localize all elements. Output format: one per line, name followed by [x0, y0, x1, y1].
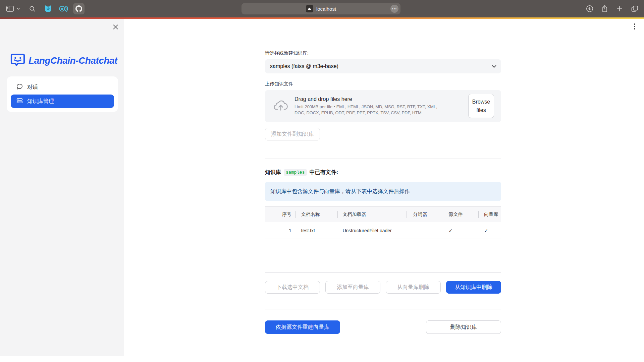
sidebar-item-label: 对话: [27, 84, 38, 91]
download-selected-button[interactable]: 下载选中文档: [265, 281, 320, 294]
sidebar: LangChain-Chatchat 对话: [0, 19, 124, 356]
chevron-down-icon[interactable]: [16, 7, 20, 10]
database-stack-icon: [16, 98, 23, 105]
page-options-icon[interactable]: •••: [390, 5, 398, 13]
sidebar-toggle-icon[interactable]: [6, 5, 14, 12]
col-header-loader[interactable]: 文档加载器: [338, 207, 407, 222]
table-row[interactable]: 1 test.txt UnstructuredFileLoader ✓ ✓: [265, 222, 501, 239]
cell-name: test.txt: [296, 222, 338, 239]
browser-toolbar: localhost •••: [0, 0, 644, 17]
kb-selected-value: samples (faiss @ m3e-base): [270, 63, 492, 69]
delete-kb-button[interactable]: 删除知识库: [426, 320, 501, 334]
share-icon[interactable]: [601, 5, 608, 13]
delete-from-vectorstore-button[interactable]: 从向量库删除: [386, 281, 441, 294]
new-tab-icon[interactable]: [616, 5, 623, 12]
search-icon[interactable]: [29, 6, 36, 12]
files-table-header: 序号 文档名称 文档加载器 分词器 源文件 向量库: [265, 207, 501, 222]
address-bar[interactable]: localhost •••: [241, 3, 400, 14]
cell-index: 1: [265, 222, 296, 239]
app-logo: LangChain-Chatchat: [10, 53, 117, 68]
kb-bottom-actions: 依据源文件重建向量库 删除知识库: [265, 320, 501, 334]
cloud-upload-icon: [273, 100, 288, 113]
add-to-vectorstore-button[interactable]: 添加至向量库: [325, 281, 380, 294]
cell-vector-check: ✓: [479, 222, 501, 239]
sidebar-close-icon[interactable]: [111, 23, 119, 31]
download-icon[interactable]: [586, 5, 593, 12]
delete-from-kb-button[interactable]: 从知识库中删除: [446, 281, 501, 294]
files-heading-prefix: 知识库: [265, 169, 281, 176]
col-header-name[interactable]: 文档名称: [296, 207, 338, 222]
add-files-button[interactable]: 添加文件到知识库: [265, 128, 320, 140]
col-header-vector[interactable]: 向量库: [479, 207, 501, 222]
cell-source-check: ✓: [442, 222, 479, 239]
cat-extension-icon[interactable]: [44, 5, 52, 13]
main-menu-icon[interactable]: [631, 22, 638, 31]
dropzone-title: Drag and drop files here: [294, 96, 442, 102]
browse-files-button[interactable]: Browse files: [468, 94, 494, 118]
col-header-source[interactable]: 源文件: [442, 207, 479, 222]
kb-content: 请选择或新建知识库: samples (faiss @ m3e-base) 上传…: [265, 19, 501, 334]
chatchat-logo-icon: [10, 53, 25, 68]
upload-label: 上传知识文件: [265, 81, 501, 87]
sidebar-item-dialogue[interactable]: 对话: [11, 80, 114, 94]
app-page: LangChain-Chatchat 对话: [0, 19, 644, 362]
files-heading: 知识库 samples 中已有文件:: [265, 169, 501, 176]
col-header-index[interactable]: 序号: [265, 207, 296, 222]
kb-selectbox[interactable]: samples (faiss @ m3e-base): [265, 59, 501, 73]
site-favicon: [306, 5, 313, 12]
proxy-extension-icon[interactable]: [59, 5, 68, 12]
files-table: 序号 文档名称 文档加载器 分词器 源文件 向量库 1 test.txt Uns…: [265, 206, 501, 273]
app-logo-text: LangChain-Chatchat: [29, 55, 117, 66]
file-actions: 下载选中文档 添加至向量库 从向量库删除 从知识库中删除: [265, 281, 501, 294]
chevron-down-icon: [492, 63, 496, 69]
divider: [265, 309, 501, 309]
file-dropzone[interactable]: Drag and drop files here Limit 200MB per…: [265, 90, 501, 122]
info-alert-text: 知识库中包含源文件与向量库，请从下表中选择文件后操作: [270, 188, 410, 195]
main-area: 请选择或新建知识库: samples (faiss @ m3e-base) 上传…: [124, 19, 644, 362]
info-alert: 知识库中包含源文件与向量库，请从下表中选择文件后操作: [265, 182, 501, 201]
chat-bubble-icon: [16, 83, 23, 91]
kb-select-label: 请选择或新建知识库:: [265, 50, 501, 56]
divider: [265, 159, 501, 159]
sidebar-nav: 对话 知识库管理: [7, 76, 118, 112]
cell-splitter: [407, 222, 442, 239]
cell-loader: UnstructuredFileLoader: [338, 222, 407, 239]
files-heading-suffix: 中已有文件:: [310, 169, 338, 176]
tabs-overview-icon[interactable]: [631, 5, 639, 12]
address-url: localhost: [316, 6, 336, 12]
sidebar-item-label: 知识库管理: [27, 98, 54, 105]
github-extension-icon[interactable]: [73, 3, 85, 14]
sidebar-item-kb-management[interactable]: 知识库管理: [11, 95, 114, 108]
col-header-splitter[interactable]: 分词器: [407, 207, 442, 222]
dropzone-hint: Limit 200MB per file • EML, HTML, JSON, …: [294, 104, 442, 116]
rebuild-vectorstore-button[interactable]: 依据源文件重建向量库: [265, 320, 340, 334]
kb-name-code: samples: [284, 169, 307, 176]
